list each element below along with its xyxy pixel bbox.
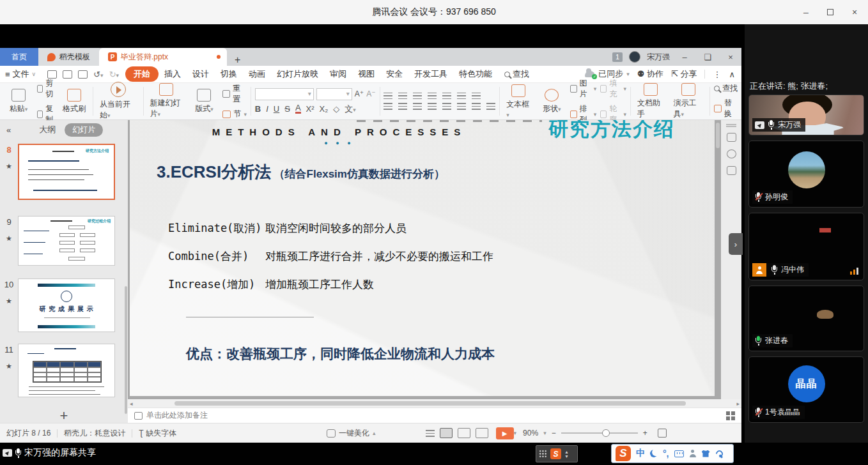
align-left-icon[interactable] [384, 103, 392, 110]
align-center-icon[interactable] [398, 103, 407, 110]
slide[interactable]: METHODS AND PROCESSES ● ● ● 研究方法介绍 3.ECR… [130, 120, 715, 396]
menu-tab-transition[interactable]: 切换 [215, 67, 243, 81]
slide-sorter-icon[interactable] [726, 411, 735, 420]
zoom-slider[interactable] [561, 432, 638, 434]
paste-button[interactable]: 粘贴▾ [4, 88, 33, 116]
drag-handle-icon[interactable] [726, 124, 736, 125]
zoom-out-button[interactable]: − [552, 429, 556, 438]
para-indent-left-icon[interactable] [457, 103, 466, 110]
restore-button[interactable] [821, 4, 840, 20]
new-slide-button[interactable]: 新建幻灯片▾ [148, 82, 186, 121]
notes-bar[interactable]: 单击此处添加备注 [128, 408, 741, 423]
line-spacing-icon[interactable] [457, 93, 466, 100]
picture-button[interactable]: 图片▾ [570, 78, 596, 100]
template-info[interactable]: 稻壳儿：耗意设计 [64, 428, 125, 439]
participant-tile-zhangjinchun[interactable]: 张进春 [748, 286, 864, 351]
vertical-scrollbar[interactable] [716, 123, 720, 148]
numbering-icon[interactable] [398, 93, 407, 100]
tab-home[interactable]: 首页 [0, 48, 38, 66]
play-options-icon[interactable]: ▾ [514, 430, 517, 436]
file-menu[interactable]: ≡ 文件 ∨ [0, 68, 41, 80]
doc-assistant-button[interactable]: 文档助手 [635, 82, 667, 121]
slide-thumbnail-11[interactable] [18, 344, 115, 397]
collapse-ribbon-icon[interactable]: ∧ [729, 70, 735, 79]
bullets-icon[interactable] [384, 93, 392, 100]
print-icon[interactable] [63, 70, 72, 79]
reset-button[interactable]: 重置 [222, 83, 247, 105]
align-right-icon[interactable] [413, 103, 422, 110]
missing-font-warning[interactable]: Ʈ 缺失字体 [139, 428, 176, 439]
font-size-select[interactable] [316, 88, 352, 100]
font-shrink-button[interactable]: A⁻ [366, 89, 375, 98]
beautify-button[interactable]: 一键美化 ▴ [327, 428, 376, 439]
participant-tile-songwanqiang[interactable]: 宋万强 [748, 95, 864, 135]
scroll-left-icon[interactable]: ◂ [128, 400, 135, 407]
zoom-in-button[interactable]: + [643, 429, 647, 438]
font-family-select[interactable] [255, 88, 314, 100]
keyboard-icon[interactable] [674, 450, 684, 457]
layout-button[interactable]: 版式▾ [189, 88, 219, 116]
ime-mini-toolbar[interactable]: S ▲▼ [536, 445, 578, 462]
strikethrough-button[interactable]: S [284, 104, 290, 114]
window-count-badge[interactable]: 1 [612, 52, 623, 62]
menu-tab-home[interactable]: 开始 [125, 66, 159, 82]
participant-tile-sunmingjun[interactable]: 孙明俊 [748, 141, 864, 208]
slides-copy-icon[interactable] [727, 166, 736, 175]
print-preview-icon[interactable] [78, 70, 88, 79]
section-button[interactable]: 节▾ [222, 109, 247, 119]
slide-thumbnail-8[interactable]: 研究方法介绍 [18, 144, 115, 200]
beautify-star-icon[interactable] [727, 149, 736, 158]
justify-icon[interactable] [428, 103, 437, 110]
cut-button[interactable]: 剪切 [37, 78, 56, 100]
more-options-icon[interactable]: ⋮ [713, 70, 721, 79]
normal-view-button[interactable] [440, 428, 453, 438]
notes-placeholder[interactable]: 单击此处添加备注 [146, 410, 208, 421]
wps-minimize-button[interactable]: – [676, 52, 693, 62]
distribute-icon[interactable] [442, 103, 451, 110]
sorter-view-button[interactable] [458, 428, 470, 438]
shapes-button[interactable]: 形状▾ [537, 88, 566, 116]
ime-lang-toggle[interactable]: 中 [636, 448, 645, 459]
highlight-button[interactable]: ◇ [333, 104, 339, 114]
undo-icon[interactable]: ↺▾ [93, 70, 103, 79]
indent-increase-icon[interactable] [428, 93, 437, 100]
person-icon[interactable] [689, 450, 697, 457]
zoom-level[interactable]: 90% [523, 429, 538, 438]
menu-tab-design[interactable]: 设计 [187, 67, 215, 81]
close-button[interactable]: × [845, 4, 864, 20]
settings-wrench-icon[interactable] [715, 450, 723, 457]
text-direction-icon[interactable] [472, 93, 481, 100]
properties-icon[interactable] [727, 133, 736, 142]
new-tab-button[interactable]: + [227, 54, 248, 66]
bold-button[interactable]: B [255, 104, 261, 114]
participant-tile-fengzhongwei[interactable]: 冯中伟 [748, 213, 864, 280]
sogou-icon[interactable]: S [550, 448, 561, 459]
scroll-thumb[interactable] [174, 401, 686, 406]
phonetic-guide-button[interactable]: 文▾ [345, 103, 356, 115]
textbox-button[interactable]: 文本框▾ [504, 83, 533, 120]
subscript-button[interactable]: X₂ [320, 104, 329, 114]
find-button[interactable]: 查找 [714, 83, 738, 94]
find-menu[interactable]: 查找 [498, 68, 529, 80]
collapse-panel-button[interactable]: « [6, 125, 11, 135]
add-slide-button[interactable]: + [0, 408, 128, 424]
play-from-current-button[interactable]: 从当前开始▾ [97, 80, 139, 122]
menu-tab-animation[interactable]: 动画 [243, 67, 271, 81]
menu-tab-insert[interactable]: 插入 [159, 67, 187, 81]
notes-toggle-icon[interactable] [426, 430, 435, 437]
tab-outline[interactable]: 大纲 [39, 124, 56, 135]
slide-thumbnail-10[interactable]: 研 究 成 果 展 示 [18, 278, 115, 332]
superscript-button[interactable]: X² [306, 104, 314, 114]
fill-button[interactable]: 填充▾ [600, 78, 626, 100]
expand-panel-tab[interactable]: › [729, 233, 743, 255]
scroll-right-icon[interactable]: ▸ [734, 400, 741, 407]
wps-close-button[interactable]: × [722, 52, 739, 62]
minimize-button[interactable]: – [796, 4, 816, 20]
wps-restore-button[interactable]: ❏ [699, 52, 716, 62]
menu-tab-slideshow[interactable]: 幻灯片放映 [271, 67, 324, 81]
participant-tile-yuanjingjing[interactable]: 晶晶 1号袁晶晶 [748, 356, 864, 423]
text-columns-icon[interactable] [442, 93, 451, 100]
panel-scrollbar[interactable] [125, 286, 127, 414]
menu-tab-review[interactable]: 审阅 [324, 67, 352, 81]
share-button[interactable]: ⇱ 分享 [671, 68, 697, 80]
